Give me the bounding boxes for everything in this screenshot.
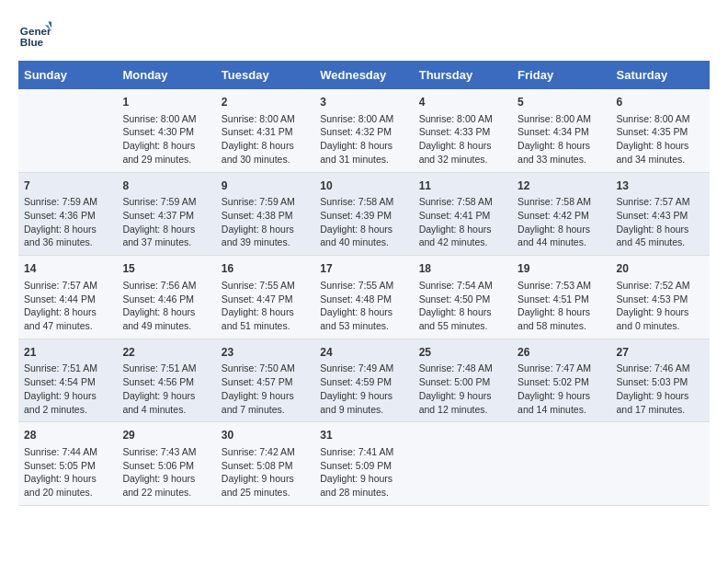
- daylight-text: Daylight: 8 hours and 42 minutes.: [419, 223, 506, 249]
- date-number: 3: [320, 95, 407, 110]
- date-number: 29: [122, 428, 210, 443]
- daylight-text: Daylight: 8 hours and 34 minutes.: [617, 139, 704, 166]
- calendar-cell: 12Sunrise: 7:58 AMSunset: 4:42 PMDayligh…: [512, 172, 610, 256]
- sunrise-text: Sunrise: 7:52 AM: [617, 279, 704, 293]
- sunset-text: Sunset: 4:46 PM: [122, 293, 210, 306]
- date-number: 6: [617, 95, 704, 110]
- sunrise-text: Sunrise: 7:58 AM: [320, 195, 407, 209]
- sunset-text: Sunset: 4:34 PM: [518, 125, 605, 139]
- date-number: 2: [222, 95, 309, 110]
- sunrise-text: Sunrise: 7:58 AM: [419, 195, 506, 209]
- daylight-text: Daylight: 8 hours and 51 minutes.: [222, 305, 309, 332]
- sunset-text: Sunset: 4:57 PM: [222, 375, 309, 389]
- sunrise-text: Sunrise: 7:48 AM: [419, 362, 506, 375]
- sunrise-text: Sunrise: 7:55 AM: [222, 279, 309, 293]
- sunset-text: Sunset: 4:39 PM: [320, 209, 407, 223]
- calendar-header-row: SundayMondayTuesdayWednesdayThursdayFrid…: [18, 61, 710, 89]
- daylight-text: Daylight: 8 hours and 58 minutes.: [518, 305, 605, 332]
- sunset-text: Sunset: 5:02 PM: [518, 375, 605, 389]
- daylight-text: Daylight: 8 hours and 30 minutes.: [222, 139, 309, 166]
- svg-text:Blue: Blue: [20, 36, 44, 48]
- daylight-text: Daylight: 8 hours and 49 minutes.: [122, 305, 210, 332]
- sunrise-text: Sunrise: 8:00 AM: [222, 112, 309, 126]
- calendar-cell: 9Sunrise: 7:59 AMSunset: 4:38 PMDaylight…: [216, 172, 314, 256]
- daylight-text: Daylight: 8 hours and 45 minutes.: [617, 223, 704, 249]
- sunset-text: Sunset: 4:33 PM: [419, 125, 506, 139]
- daylight-text: Daylight: 9 hours and 28 minutes.: [320, 472, 407, 499]
- sunrise-text: Sunrise: 7:59 AM: [222, 195, 309, 209]
- calendar-cell: [512, 422, 610, 506]
- sunrise-text: Sunrise: 7:46 AM: [617, 362, 704, 375]
- sunset-text: Sunset: 5:03 PM: [617, 375, 704, 389]
- sunrise-text: Sunrise: 7:42 AM: [222, 445, 309, 459]
- calendar-cell: 25Sunrise: 7:48 AMSunset: 5:00 PMDayligh…: [414, 339, 512, 422]
- sunset-text: Sunset: 4:41 PM: [419, 209, 506, 223]
- sunrise-text: Sunrise: 7:56 AM: [122, 279, 210, 293]
- sunset-text: Sunset: 4:59 PM: [320, 375, 407, 389]
- sunset-text: Sunset: 4:44 PM: [24, 293, 111, 306]
- date-number: 22: [122, 345, 210, 361]
- daylight-text: Daylight: 8 hours and 29 minutes.: [122, 139, 210, 166]
- calendar-cell: 7Sunrise: 7:59 AMSunset: 4:36 PMDaylight…: [18, 172, 117, 256]
- daylight-text: Daylight: 9 hours and 17 minutes.: [617, 389, 704, 416]
- calendar-cell: 3Sunrise: 8:00 AMSunset: 4:32 PMDaylight…: [314, 89, 413, 172]
- day-header-saturday: Saturday: [611, 61, 710, 89]
- date-number: 23: [222, 345, 309, 361]
- sunset-text: Sunset: 4:38 PM: [222, 209, 309, 223]
- day-header-sunday: Sunday: [18, 61, 117, 89]
- date-number: 16: [222, 261, 309, 277]
- sunset-text: Sunset: 5:08 PM: [222, 459, 309, 473]
- sunrise-text: Sunrise: 8:00 AM: [320, 112, 407, 126]
- daylight-text: Daylight: 8 hours and 47 minutes.: [24, 305, 111, 332]
- sunset-text: Sunset: 4:51 PM: [518, 293, 605, 306]
- logo-icon: General Blue: [18, 18, 51, 52]
- daylight-text: Daylight: 8 hours and 37 minutes.: [122, 223, 210, 249]
- calendar-cell: 22Sunrise: 7:51 AMSunset: 4:56 PMDayligh…: [117, 339, 215, 422]
- date-number: 25: [419, 345, 506, 361]
- daylight-text: Daylight: 9 hours and 20 minutes.: [24, 472, 111, 499]
- calendar-cell: 18Sunrise: 7:54 AMSunset: 4:50 PMDayligh…: [414, 256, 512, 339]
- daylight-text: Daylight: 8 hours and 55 minutes.: [419, 305, 506, 332]
- sunrise-text: Sunrise: 7:47 AM: [518, 362, 605, 375]
- calendar-cell: 10Sunrise: 7:58 AMSunset: 4:39 PMDayligh…: [314, 172, 413, 256]
- daylight-text: Daylight: 8 hours and 32 minutes.: [419, 139, 506, 166]
- calendar-cell: 19Sunrise: 7:53 AMSunset: 4:51 PMDayligh…: [512, 256, 610, 339]
- daylight-text: Daylight: 9 hours and 2 minutes.: [24, 389, 111, 416]
- sunrise-text: Sunrise: 7:54 AM: [419, 279, 506, 293]
- calendar-cell: 6Sunrise: 8:00 AMSunset: 4:35 PMDaylight…: [611, 89, 710, 172]
- sunset-text: Sunset: 4:36 PM: [24, 209, 111, 223]
- calendar-cell: 14Sunrise: 7:57 AMSunset: 4:44 PMDayligh…: [18, 256, 117, 339]
- calendar-cell: [18, 89, 117, 172]
- date-number: 19: [518, 261, 605, 277]
- calendar-cell: 4Sunrise: 8:00 AMSunset: 4:33 PMDaylight…: [414, 89, 512, 172]
- sunset-text: Sunset: 5:09 PM: [320, 459, 407, 473]
- calendar-cell: 24Sunrise: 7:49 AMSunset: 4:59 PMDayligh…: [314, 339, 413, 422]
- calendar-cell: 26Sunrise: 7:47 AMSunset: 5:02 PMDayligh…: [512, 339, 610, 422]
- sunset-text: Sunset: 4:37 PM: [122, 209, 210, 223]
- date-number: 17: [320, 261, 407, 277]
- calendar-cell: 8Sunrise: 7:59 AMSunset: 4:37 PMDaylight…: [117, 172, 215, 256]
- sunrise-text: Sunrise: 7:44 AM: [24, 445, 111, 459]
- daylight-text: Daylight: 9 hours and 0 minutes.: [617, 305, 704, 332]
- date-number: 12: [518, 178, 605, 194]
- calendar-cell: [611, 422, 710, 506]
- week-row-5: 28Sunrise: 7:44 AMSunset: 5:05 PMDayligh…: [18, 422, 710, 506]
- calendar-cell: 2Sunrise: 8:00 AMSunset: 4:31 PMDaylight…: [216, 89, 314, 172]
- date-number: 24: [320, 345, 407, 361]
- daylight-text: Daylight: 9 hours and 7 minutes.: [222, 389, 309, 416]
- calendar-cell: 11Sunrise: 7:58 AMSunset: 4:41 PMDayligh…: [414, 172, 512, 256]
- daylight-text: Daylight: 8 hours and 44 minutes.: [518, 223, 605, 249]
- sunrise-text: Sunrise: 7:59 AM: [122, 195, 210, 209]
- sunrise-text: Sunrise: 7:41 AM: [320, 445, 407, 459]
- day-header-tuesday: Tuesday: [216, 61, 314, 89]
- date-number: 28: [24, 428, 111, 443]
- date-number: 13: [617, 178, 704, 194]
- calendar-cell: 31Sunrise: 7:41 AMSunset: 5:09 PMDayligh…: [314, 422, 413, 506]
- calendar-cell: 5Sunrise: 8:00 AMSunset: 4:34 PMDaylight…: [512, 89, 610, 172]
- week-row-3: 14Sunrise: 7:57 AMSunset: 4:44 PMDayligh…: [18, 256, 710, 339]
- calendar-cell: 28Sunrise: 7:44 AMSunset: 5:05 PMDayligh…: [18, 422, 117, 506]
- sunrise-text: Sunrise: 7:55 AM: [320, 279, 407, 293]
- sunrise-text: Sunrise: 7:49 AM: [320, 362, 407, 375]
- date-number: 31: [320, 428, 407, 443]
- daylight-text: Daylight: 9 hours and 9 minutes.: [320, 389, 407, 416]
